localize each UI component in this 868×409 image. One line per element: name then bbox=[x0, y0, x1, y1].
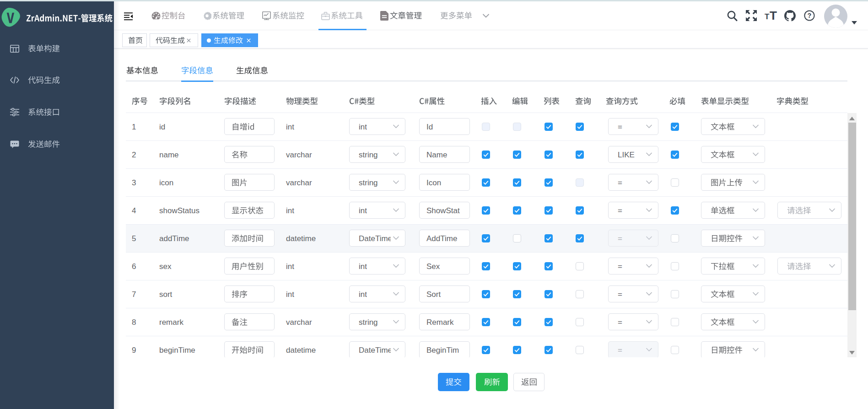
svg-text:?: ? bbox=[808, 12, 812, 19]
